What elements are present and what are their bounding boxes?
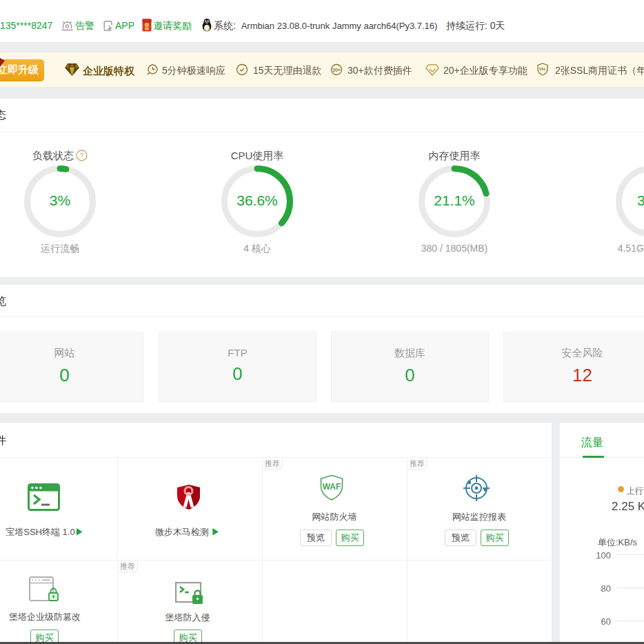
svg-text:?: ? [80, 152, 84, 160]
svg-text:SSL: SSL [539, 67, 547, 71]
svg-text:30+: 30+ [332, 68, 341, 72]
svg-text:WAF: WAF [323, 482, 341, 492]
